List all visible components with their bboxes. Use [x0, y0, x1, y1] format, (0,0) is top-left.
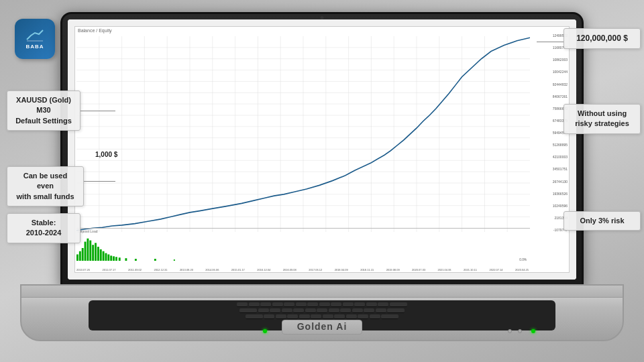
- key: [370, 314, 380, 319]
- deposit-label: Deposit Load: [78, 229, 97, 233]
- key: [387, 308, 405, 313]
- svg-rect-53: [119, 257, 121, 261]
- key: [282, 308, 292, 313]
- key: [305, 308, 316, 313]
- svg-rect-43: [92, 245, 94, 261]
- y-val-15: 10249596: [553, 204, 568, 208]
- led-dot2: [508, 329, 512, 333]
- screen-bezel: Balance / Equity 12499522 11680762 10862…: [68, 19, 576, 280]
- xauusd-annotation: XAUUSD (Gold)M30Default Settings: [7, 90, 80, 131]
- key: [246, 314, 263, 319]
- y-val-14: 19366526: [553, 192, 568, 196]
- small-funds-text: Can be used evenwith small funds: [16, 172, 74, 200]
- key: [323, 314, 333, 319]
- app-icon-label: BABA: [25, 44, 44, 50]
- key: [378, 302, 388, 307]
- y-val-6: 84067261: [553, 95, 568, 99]
- svg-rect-46: [100, 249, 102, 261]
- x-label-10: 2017.06.12: [309, 268, 322, 272]
- svg-rect-48: [105, 253, 107, 261]
- deposit-chart-svg: 0.0%: [76, 235, 530, 261]
- risk-text: Only 3% risk: [580, 217, 624, 225]
- key: [340, 308, 351, 313]
- key: [307, 302, 318, 307]
- laptop-screen: Balance / Equity 12499522 11680762 10862…: [60, 12, 584, 287]
- key: [354, 302, 365, 307]
- chart-title: Balance / Equity: [78, 28, 112, 33]
- key: [239, 308, 257, 313]
- led-dot1: [518, 329, 522, 333]
- key: [249, 302, 260, 307]
- key: [276, 314, 286, 319]
- key: [366, 302, 377, 307]
- x-label-12: 2018.11.15: [360, 268, 374, 272]
- key: [296, 302, 307, 307]
- xauusd-line: [80, 111, 115, 111]
- without-risky-text: Without usingrisky strategies: [575, 109, 629, 127]
- key: [334, 314, 345, 319]
- risk-annotation: Only 3% risk: [564, 211, 641, 231]
- svg-rect-37: [76, 255, 78, 261]
- led-activity: [531, 329, 535, 333]
- x-label-8: 2016.12.04: [257, 268, 270, 272]
- svg-rect-49: [107, 255, 109, 261]
- key: [272, 302, 283, 307]
- svg-rect-40: [85, 242, 87, 261]
- key: [270, 308, 280, 313]
- xauusd-text: XAUUSD (Gold)M30Default Settings: [15, 96, 72, 125]
- key: [364, 308, 374, 313]
- laptop-base: Golden Ai: [20, 284, 624, 341]
- svg-rect-38: [79, 251, 81, 261]
- x-label-6: 2014.06.06: [205, 268, 219, 272]
- key: [293, 308, 304, 313]
- x-label-15: 2021.04.06: [438, 268, 451, 272]
- svg-rect-50: [110, 255, 112, 261]
- screen-content: Balance / Equity 12499522 11680762 10862…: [68, 19, 576, 280]
- y-val-10: 51268895: [553, 143, 568, 147]
- x-label-13: 2019.08.09: [386, 268, 400, 272]
- deposit-area: Deposit Load: [76, 228, 530, 263]
- svg-rect-51: [113, 256, 115, 261]
- small-funds-annotation: Can be used evenwith small funds: [7, 166, 84, 206]
- small-funds-line: [84, 181, 115, 182]
- x-label-3: 2011.09.02: [128, 268, 142, 272]
- webcam: [321, 16, 324, 19]
- key: [331, 302, 341, 307]
- svg-rect-52: [115, 257, 117, 261]
- key: [329, 308, 339, 313]
- main-chart-svg: [76, 36, 530, 232]
- key: [317, 308, 327, 313]
- top-value-annotation: 120,000,000 $: [564, 28, 641, 49]
- svg-rect-39: [82, 248, 84, 261]
- svg-rect-57: [174, 259, 175, 261]
- x-label-11: 2018.04.09: [335, 268, 348, 272]
- key: [358, 314, 368, 319]
- svg-text:0.0%: 0.0%: [519, 258, 527, 261]
- y-val-12: 34501751: [553, 167, 568, 171]
- y-val-11: 42100003: [553, 155, 568, 159]
- key: [346, 314, 357, 319]
- svg-rect-47: [103, 251, 105, 261]
- key: [352, 308, 363, 313]
- key: [319, 302, 330, 307]
- x-label-17: 2022.07.14: [490, 268, 503, 272]
- stable-annotation: Stable:2010-2024: [7, 213, 80, 243]
- key: [311, 314, 321, 319]
- x-label-18: 2023.04.25: [515, 268, 529, 272]
- key: [381, 314, 398, 319]
- top-value-text: 120,000,000 $: [576, 34, 628, 43]
- svg-rect-44: [95, 243, 97, 261]
- x-label-2: 2011.07.17: [102, 268, 115, 272]
- x-label-1: 2010.07.26: [76, 268, 90, 272]
- price-label: 1,000 $: [95, 151, 117, 158]
- key: [299, 314, 310, 319]
- svg-rect-45: [97, 247, 99, 261]
- key: [284, 302, 294, 307]
- y-val-13: 26744130: [553, 180, 568, 184]
- svg-rect-42: [89, 241, 91, 261]
- svg-rect-55: [135, 259, 137, 261]
- x-label-5: 2013.09.20: [180, 268, 193, 272]
- svg-rect-56: [154, 259, 156, 261]
- without-risky-annotation: Without usingrisky strategies: [564, 104, 641, 134]
- app-icon-chart-svg: [25, 29, 44, 42]
